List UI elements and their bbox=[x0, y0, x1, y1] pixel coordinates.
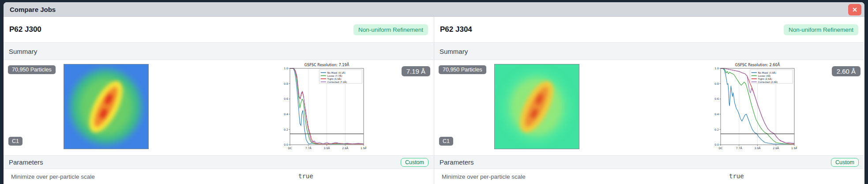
svg-text:Loose (3Å): Loose (3Å) bbox=[758, 75, 771, 77]
svg-text:0.2: 0.2 bbox=[714, 128, 719, 131]
gsfsc-plot: DC7.7Å3.9Å2.6Å1.9Å0.00.20.40.60.81.0No M… bbox=[278, 62, 366, 152]
svg-text:2.6Å: 2.6Å bbox=[773, 146, 779, 150]
svg-text:0.8: 0.8 bbox=[284, 82, 288, 85]
svg-text:2.6Å: 2.6Å bbox=[342, 146, 349, 150]
svg-text:7.7Å: 7.7Å bbox=[305, 146, 312, 150]
resolution-badge: 2.60 Å bbox=[832, 66, 860, 76]
gsfsc-plot: DC7.7Å3.9Å2.6Å1.9Å0.00.20.40.60.81.0No M… bbox=[709, 62, 797, 152]
job-title: P62 J304 bbox=[440, 25, 472, 34]
dialog-header: Compare Jobs ✕ bbox=[4, 2, 864, 17]
job-type-badge: Non-uniform Refinement bbox=[784, 24, 858, 35]
svg-text:7.7Å: 7.7Å bbox=[736, 146, 743, 150]
svg-text:DC: DC bbox=[288, 146, 292, 150]
svg-text:1.0: 1.0 bbox=[284, 67, 288, 70]
particle-count-badge: 70,950 Particles bbox=[8, 65, 56, 74]
custom-badge: Custom bbox=[831, 158, 859, 167]
svg-text:Tight (2.6Å): Tight (2.6Å) bbox=[758, 78, 772, 81]
parameters-section-header: Parameters Custom bbox=[4, 155, 434, 169]
svg-text:0.6: 0.6 bbox=[284, 97, 288, 100]
dialog-title: Compare Jobs bbox=[10, 6, 56, 13]
symmetry-badge: C1 bbox=[439, 137, 453, 146]
resolution-badge: 7.19 Å bbox=[402, 66, 430, 76]
parameters-label: Parameters bbox=[9, 158, 43, 166]
parameter-row: Minimize over per-particle scale true bbox=[4, 169, 434, 184]
particle-count-badge: 70,950 Particles bbox=[439, 65, 486, 74]
svg-text:Loose (7.7Å): Loose (7.7Å) bbox=[327, 75, 342, 77]
svg-text:3.9Å: 3.9Å bbox=[323, 146, 330, 150]
parameters-section-header: Parameters Custom bbox=[434, 155, 864, 169]
job-title: P62 J300 bbox=[9, 25, 41, 34]
parameter-label: Minimize over per-particle scale bbox=[442, 173, 526, 180]
job-panel-right: P62 J304 Non-uniform Refinement Summary … bbox=[434, 17, 864, 184]
svg-text:0.0: 0.0 bbox=[284, 143, 288, 146]
svg-text:0.8: 0.8 bbox=[714, 82, 719, 85]
dialog-body: P62 J300 Non-uniform Refinement Summary … bbox=[4, 17, 864, 184]
svg-text:GSFSC Resolution: 7.19Å: GSFSC Resolution: 7.19Å bbox=[304, 62, 349, 67]
svg-text:Corrected (7.2Å): Corrected (7.2Å) bbox=[327, 81, 347, 83]
parameter-row: Minimize over per-particle scale true bbox=[434, 169, 864, 184]
job-panel-left: P62 J300 Non-uniform Refinement Summary … bbox=[4, 17, 434, 184]
summary-content: 70,950 Particles DC7.7Å3.9Å2.6Å1.9Å0.00.… bbox=[4, 60, 434, 155]
volume-map-image bbox=[64, 64, 149, 149]
svg-text:0.4: 0.4 bbox=[714, 113, 719, 116]
summary-section-header: Summary bbox=[4, 42, 434, 60]
svg-text:1.0: 1.0 bbox=[714, 67, 719, 70]
svg-text:No Mask (9.1Å): No Mask (9.1Å) bbox=[327, 71, 346, 74]
svg-text:GSFSC Resolution: 2.60Å: GSFSC Resolution: 2.60Å bbox=[735, 62, 780, 67]
parameter-label: Minimize over per-particle scale bbox=[11, 173, 95, 180]
svg-text:0.0: 0.0 bbox=[714, 143, 719, 146]
close-button[interactable]: ✕ bbox=[848, 4, 861, 15]
summary-content: 70,950 Particles DC7.7Å3.9Å2.6Å1.9Å0.00.… bbox=[434, 60, 864, 155]
summary-label: Summary bbox=[9, 48, 37, 55]
svg-text:0.6: 0.6 bbox=[714, 97, 719, 100]
custom-badge: Custom bbox=[401, 158, 428, 167]
svg-text:1.9Å: 1.9Å bbox=[791, 146, 797, 150]
summary-label: Summary bbox=[440, 48, 468, 55]
svg-text:0.4: 0.4 bbox=[284, 113, 288, 116]
parameter-value: true bbox=[298, 173, 313, 180]
svg-text:DC: DC bbox=[718, 146, 722, 150]
volume-map-image bbox=[494, 64, 579, 149]
compare-jobs-dialog: Compare Jobs ✕ P62 J300 Non-uniform Refi… bbox=[4, 2, 864, 184]
svg-text:0.2: 0.2 bbox=[284, 128, 288, 131]
job-title-row: P62 J300 Non-uniform Refinement bbox=[4, 17, 434, 42]
svg-text:Corrected (2.6Å): Corrected (2.6Å) bbox=[758, 81, 778, 83]
svg-text:No Mask (3.8Å): No Mask (3.8Å) bbox=[758, 71, 776, 74]
svg-text:1.9Å: 1.9Å bbox=[361, 146, 366, 150]
symmetry-badge: C1 bbox=[8, 137, 23, 146]
job-title-row: P62 J304 Non-uniform Refinement bbox=[434, 17, 864, 42]
parameter-value: true bbox=[729, 173, 744, 180]
parameters-label: Parameters bbox=[440, 158, 474, 166]
svg-text:3.9Å: 3.9Å bbox=[754, 146, 761, 150]
job-type-badge: Non-uniform Refinement bbox=[353, 24, 428, 35]
summary-section-header: Summary bbox=[434, 42, 864, 60]
svg-text:Tight (6.9Å): Tight (6.9Å) bbox=[327, 78, 342, 81]
close-icon: ✕ bbox=[852, 6, 857, 13]
